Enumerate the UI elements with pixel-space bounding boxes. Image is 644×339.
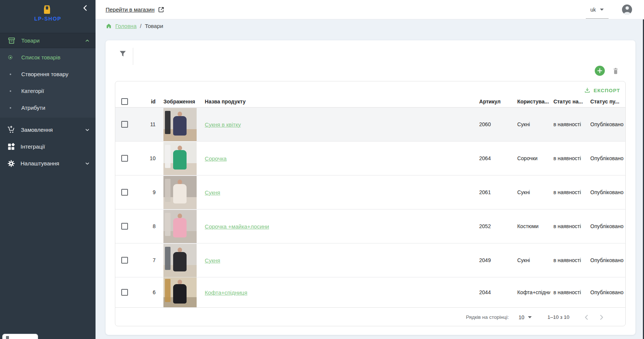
header-image[interactable]: Зображення <box>157 96 199 107</box>
row-checkbox[interactable] <box>121 155 128 162</box>
language-select[interactable]: uk <box>586 6 609 19</box>
product-image <box>163 176 197 209</box>
chevron-left-icon <box>582 313 591 321</box>
home-icon <box>106 23 112 29</box>
sidebar-item-products[interactable]: Товари <box>0 33 96 48</box>
export-button[interactable]: ЕКСПОРТ <box>584 87 620 94</box>
row-checkbox[interactable] <box>121 257 128 264</box>
cell-category: Сорочки <box>514 141 550 175</box>
topbar: Перейти в магазин uk <box>96 0 644 19</box>
sidebar-item-orders[interactable]: Замовлення <box>0 121 96 138</box>
export-row: ЕКСПОРТ <box>115 81 625 96</box>
cell-sku: 2052 <box>476 209 514 243</box>
table-row: 8 Сорочка +майка+лосини 2052 Костюми в н… <box>115 209 625 243</box>
sidebar-item-product-list[interactable]: Список товарів <box>0 49 96 66</box>
sidebar-item-label: Атрибути <box>21 105 45 111</box>
shop-bag-logo-icon <box>41 4 53 15</box>
cell-category: Сукні <box>514 243 550 277</box>
account-avatar-icon[interactable] <box>622 4 632 15</box>
table-row: 9 Сукня 2061 Сукні в наявності Опубліков… <box>115 175 625 209</box>
table-header-row: id Зображення Назва продукту Артикул Кор… <box>115 96 625 108</box>
rows-per-page-value: 10 <box>519 314 525 320</box>
cell-sku: 2044 <box>476 277 514 307</box>
cell-category: Кофта+спідниц <box>514 277 550 307</box>
header-stock-status[interactable]: Статус на... <box>550 96 587 107</box>
cell-id: 7 <box>135 243 157 277</box>
cell-publish-status: Опубліковано <box>587 141 625 175</box>
header-id[interactable]: id <box>135 96 157 107</box>
product-link[interactable]: Кофта+спідниця <box>205 289 247 296</box>
product-link[interactable]: Сукня в квітку <box>205 121 241 128</box>
header-category[interactable]: Користува... <box>514 96 550 107</box>
cell-id: 9 <box>135 175 157 209</box>
sidebar-item-settings[interactable]: Налаштування <box>0 155 96 172</box>
breadcrumb: Головна / Товари <box>106 23 163 29</box>
funnel-filter-icon <box>119 50 127 57</box>
cell-publish-status: Опубліковано <box>587 209 625 243</box>
rows-per-page-select[interactable]: 10 <box>519 314 532 320</box>
chevron-down-icon <box>84 127 90 133</box>
cell-sku: 2064 <box>476 141 514 175</box>
breadcrumb-home-link[interactable]: Головна <box>115 23 137 29</box>
add-product-button[interactable] <box>595 66 605 76</box>
previous-page-button[interactable] <box>582 313 591 322</box>
row-checkbox[interactable] <box>121 223 128 230</box>
cell-category: Сукні <box>514 108 550 141</box>
sidebar-item-categories[interactable]: Категорії <box>0 83 96 99</box>
page-range: 1–10 з 10 <box>547 314 569 320</box>
product-image <box>163 244 197 277</box>
product-image <box>163 108 197 141</box>
sidebar-item-integrations[interactable]: Інтеграції <box>0 138 96 155</box>
inventory-box-icon <box>7 37 16 45</box>
cell-category: Костюми <box>514 209 550 243</box>
cell-id: 11 <box>135 108 157 141</box>
cell-sku: 2049 <box>476 243 514 277</box>
table-row: 7 Сукня 2049 Сукні в наявності Опубліков… <box>115 243 625 277</box>
status-bubble <box>2 334 38 339</box>
product-link[interactable]: Сукня <box>205 189 220 196</box>
sidebar-item-label: Категорії <box>21 88 44 94</box>
product-image <box>163 210 197 243</box>
product-link[interactable]: Сорочка <box>205 155 227 162</box>
sidebar-item-attributes[interactable]: Атрибути <box>0 99 96 116</box>
filter-button[interactable] <box>119 50 127 58</box>
products-card: ЕКСПОРТ id Зображення Назва продукту Арт… <box>106 40 635 335</box>
pagination: Рядків на сторінці: 10 1–10 з 10 <box>115 307 625 326</box>
next-page-button[interactable] <box>597 313 606 322</box>
header-publish-status[interactable]: Статус пу... <box>587 96 625 107</box>
breadcrumb-separator: / <box>140 23 141 29</box>
cell-sku: 2060 <box>476 108 514 141</box>
delete-button[interactable] <box>612 67 620 75</box>
page-buttons <box>582 313 606 322</box>
cell-stock-status: в наявності <box>550 243 587 277</box>
products-table: ЕКСПОРТ id Зображення Назва продукту Арт… <box>115 81 626 326</box>
header-sku[interactable]: Артикул <box>476 96 514 107</box>
row-checkbox[interactable] <box>121 189 128 196</box>
chevron-down-icon <box>84 161 90 167</box>
integrations-grid-icon <box>7 143 15 151</box>
cell-category: Сукні <box>514 175 550 209</box>
row-checkbox[interactable] <box>121 289 128 296</box>
product-image <box>163 277 197 307</box>
products-submenu: Список товарів Створення товару Категорі… <box>0 48 96 118</box>
trash-icon <box>612 67 620 75</box>
sidebar-collapse-button[interactable] <box>81 3 90 13</box>
product-link[interactable]: Сорочка +майка+лосини <box>205 223 269 230</box>
header-name[interactable]: Назва продукту <box>199 96 476 107</box>
divider <box>133 48 133 65</box>
chevron-right-icon <box>597 313 606 321</box>
product-link[interactable]: Сукня <box>205 257 220 264</box>
cell-sku: 2061 <box>476 175 514 209</box>
row-checkbox[interactable] <box>121 121 128 128</box>
cell-publish-status: Опубліковано <box>587 243 625 277</box>
sidebar-item-create-product[interactable]: Створення товару <box>0 66 96 83</box>
chevron-left-icon <box>82 4 89 11</box>
cell-publish-status: Опубліковано <box>587 108 625 141</box>
logo-area: LP-SHOP <box>0 0 96 33</box>
gear-icon <box>7 159 15 168</box>
bullet-icon <box>10 107 11 109</box>
select-all-checkbox[interactable] <box>121 98 128 105</box>
product-image <box>163 142 197 175</box>
go-to-store-link[interactable]: Перейти в магазин <box>106 6 165 13</box>
sidebar-item-label: Товари <box>21 37 40 44</box>
